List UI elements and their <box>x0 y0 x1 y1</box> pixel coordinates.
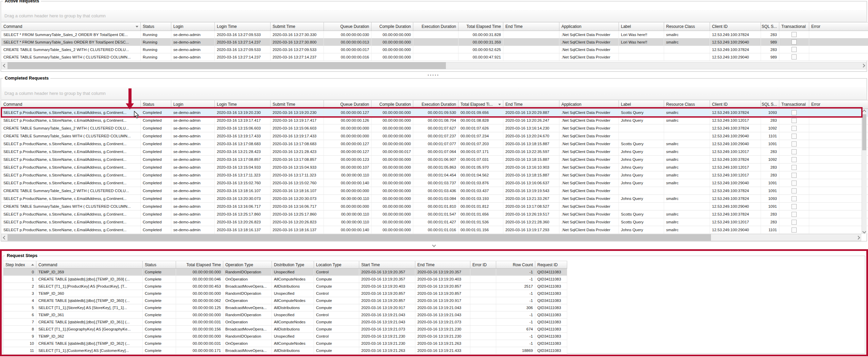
request-step-row[interactable]: 2SELECT [T1_1].[ProductKey] AS [ProductK… <box>3 283 567 290</box>
transactional-checkbox[interactable] <box>792 188 797 193</box>
request-step-row[interactable]: 10CREATE TABLE [qtabledb].[dbo].[TEMP_ID… <box>3 340 567 347</box>
column-header-rowcount[interactable]: Row Count <box>496 261 535 268</box>
column-header-rc[interactable]: Resource Class <box>664 22 710 31</box>
column-header-client[interactable]: Client ID <box>710 100 761 108</box>
column-header-total[interactable]: Total Elapsed Time <box>176 261 223 268</box>
transactional-checkbox[interactable] <box>792 110 797 115</box>
column-header-compile[interactable]: Compile Duration <box>371 22 413 31</box>
transactional-checkbox[interactable] <box>792 126 797 131</box>
transactional-checkbox[interactable] <box>792 39 797 45</box>
scrollbar-thumb[interactable] <box>7 62 446 69</box>
column-header-end[interactable]: End Time <box>503 100 559 108</box>
panel-splitter-handle[interactable]: ····· <box>428 72 439 78</box>
transactional-checkbox[interactable] <box>792 149 797 154</box>
request-step-row[interactable]: 9TEMP_ID_362Complete00.00:00:00.000Rando… <box>3 333 567 340</box>
column-header-trans[interactable]: Transactional <box>779 22 809 31</box>
transactional-checkbox[interactable] <box>792 157 797 162</box>
transactional-checkbox[interactable] <box>792 196 797 201</box>
completed-request-row[interactable]: SELECT p.ProductName, s.StoreName, c.Ema… <box>1 117 868 124</box>
column-header-submit_time[interactable]: Submit Time <box>271 100 324 108</box>
request-step-row[interactable]: 4CREATE TABLE [qtabledb].[dbo].[TEMP_ID_… <box>3 297 567 304</box>
column-header-compile[interactable]: Compile Duration <box>371 100 413 108</box>
column-header-dist[interactable]: Distribution Type <box>272 261 314 268</box>
column-header-sql[interactable]: SQL S... <box>761 100 779 108</box>
column-header-login[interactable]: Login <box>171 100 215 108</box>
completed-group-by-bar[interactable]: Drag a column header here to group by th… <box>1 87 866 100</box>
transactional-checkbox[interactable] <box>792 173 797 178</box>
scroll-left-button[interactable] <box>2 234 7 241</box>
transactional-checkbox[interactable] <box>792 54 797 60</box>
transactional-checkbox[interactable] <box>792 181 797 186</box>
scroll-up-button[interactable] <box>862 109 867 114</box>
transactional-checkbox[interactable] <box>792 47 797 52</box>
completed-request-row[interactable]: SELECT p.ProductName, s.StoreName, c.Ema… <box>1 164 868 171</box>
scroll-right-button[interactable] <box>855 234 861 241</box>
active-horizontal-scrollbar[interactable] <box>1 62 866 69</box>
column-header-login_time[interactable]: Login Time <box>215 22 271 31</box>
column-header-op[interactable]: Operation Type <box>223 261 272 268</box>
column-header-command[interactable]: Command <box>1 100 141 108</box>
column-header-end[interactable]: End Time <box>503 22 559 31</box>
active-request-row[interactable]: SELECT * FROM SummaryTable_Sales_2 ORDER… <box>1 31 868 38</box>
column-header-total[interactable]: Total Elapsed Ti... <box>458 100 503 108</box>
column-header-app[interactable]: Application <box>559 100 619 108</box>
completed-request-row[interactable]: SELECT p.ProductName, s.StoreName, c.Ema… <box>1 218 868 226</box>
completed-request-row[interactable]: SELECT p.ProductName, s.StoreName, c.Ema… <box>1 226 868 234</box>
column-header-exec[interactable]: Execution Duration <box>413 22 458 31</box>
column-header-login[interactable]: Login <box>171 22 215 31</box>
column-header-total[interactable]: Total Elapsed Time <box>458 22 503 31</box>
request-step-row[interactable]: 3TEMP_ID_360Complete00.00:00:00.000Rando… <box>3 290 567 297</box>
active-group-by-bar[interactable]: Drag a column header here to group by th… <box>1 10 866 22</box>
column-header-label[interactable]: Label <box>619 22 664 31</box>
column-header-command[interactable]: Command <box>36 261 143 268</box>
request-step-row[interactable]: 0TEMP_ID_359Complete00.00:00:00.000Rando… <box>3 269 567 276</box>
active-request-row[interactable]: SELECT * FROM SummaryTable_Sales ORDER B… <box>1 38 868 46</box>
column-header-start[interactable]: Start Time <box>359 261 415 268</box>
transactional-checkbox[interactable] <box>792 165 797 170</box>
column-header-submit_time[interactable]: Submit Time <box>271 22 324 31</box>
column-header-status[interactable]: Status <box>143 261 176 268</box>
completed-request-row[interactable]: SELECT p.ProductName, s.StoreName, c.Ema… <box>1 156 868 164</box>
scroll-left-button[interactable] <box>2 62 7 69</box>
active-request-row[interactable]: CREATE TABLE SummaryTable_Sales WITH ( C… <box>1 53 868 61</box>
column-header-error[interactable]: Error <box>809 22 868 31</box>
column-header-reqid[interactable]: Request ID <box>535 261 567 268</box>
column-header-trans[interactable]: Transactional <box>779 100 809 108</box>
column-header-client[interactable]: Client ID <box>710 22 761 31</box>
completed-request-row[interactable]: CREATE TABLE SummaryTable_Sales_2 WITH (… <box>1 187 868 195</box>
column-header-queue[interactable]: Queue Duration <box>324 100 371 108</box>
completed-request-row[interactable]: CREATE TABLE SummaryTable_Sales WITH ( C… <box>1 203 868 210</box>
collapse-panel-button[interactable] <box>430 242 438 248</box>
request-step-row[interactable]: 7CREATE TABLE [qtabledb].[dbo].[TEMP_ID_… <box>3 319 567 326</box>
request-step-row[interactable]: 1CREATE TABLE [qtabledb].[dbo].[TEMP_ID_… <box>3 276 567 283</box>
column-header-app[interactable]: Application <box>559 22 619 31</box>
transactional-checkbox[interactable] <box>792 32 797 37</box>
column-header-sql[interactable]: SQL S... <box>761 22 779 31</box>
completed-request-row[interactable]: SELECT p.ProductName, s.StoreName, c.Ema… <box>1 210 868 218</box>
completed-request-row[interactable]: SELECT p.ProductName, s.StoreName, c.Ema… <box>1 195 868 203</box>
transactional-checkbox[interactable] <box>792 227 797 233</box>
request-step-row[interactable]: 8SELECT [T1_1].[GeographyKey] AS [Geogra… <box>3 326 567 333</box>
transactional-checkbox[interactable] <box>792 134 797 139</box>
request-step-row[interactable]: 6TEMP_ID_361Complete00.00:00:00.000Rando… <box>3 311 567 319</box>
column-header-idx[interactable]: Step Index <box>3 261 36 268</box>
request-step-row[interactable]: 5SELECT [T1_1].[StoreKey] AS [StoreKey],… <box>3 304 567 311</box>
completed-request-row[interactable]: SELECT p.ProductName, s.StoreName, c.Ema… <box>1 140 868 148</box>
completed-request-row[interactable]: SELECT p.ProductName, s.StoreName, c.Ema… <box>1 179 868 187</box>
transactional-checkbox[interactable] <box>792 118 797 123</box>
scrollbar-thumb[interactable] <box>7 234 711 241</box>
column-header-end[interactable]: End Time <box>415 261 470 268</box>
column-header-exec[interactable]: Execution Duration <box>413 100 458 108</box>
active-request-row[interactable]: CREATE TABLE SummaryTable_Sales_2 WITH (… <box>1 46 868 53</box>
completed-horizontal-scrollbar[interactable] <box>1 234 861 241</box>
column-header-login_time[interactable]: Login Time <box>215 100 271 108</box>
transactional-checkbox[interactable] <box>792 212 797 217</box>
column-header-error[interactable]: Error <box>809 100 868 108</box>
column-header-command[interactable]: Command <box>1 22 141 31</box>
column-header-queue[interactable]: Queue Duration <box>324 22 371 31</box>
column-header-status[interactable]: Status <box>141 100 171 108</box>
column-header-loc[interactable]: Location Type <box>314 261 359 268</box>
column-header-status[interactable]: Status <box>141 22 171 31</box>
column-header-errid[interactable]: Error ID <box>470 261 496 268</box>
column-header-label[interactable]: Label <box>619 100 664 108</box>
